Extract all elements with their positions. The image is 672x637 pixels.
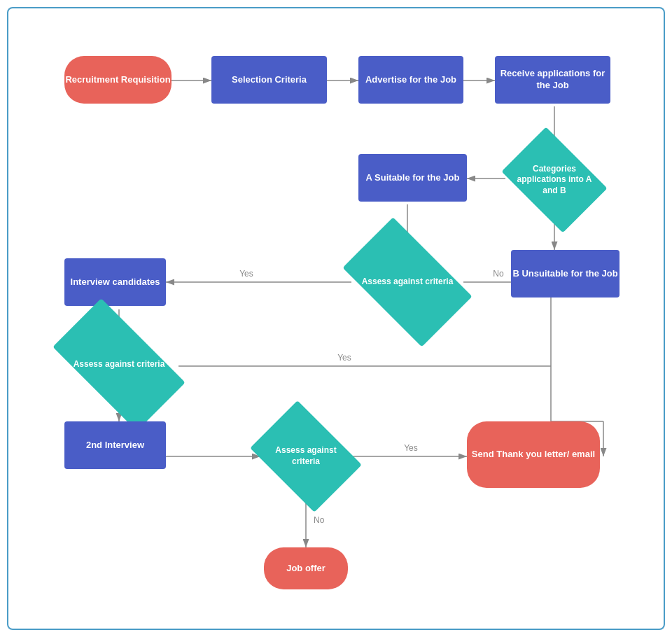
yes-label-3: Yes (404, 443, 418, 453)
yes-label-2: Yes (337, 353, 351, 363)
yes-label-1: Yes (239, 269, 253, 279)
selection-criteria-node: Selection Criteria (211, 56, 327, 104)
categories-applications-node: Categories applications into A and B (511, 148, 598, 211)
assess-criteria-3-node: Assess against criteria (260, 423, 351, 490)
receive-applications-node: Receive applications for the Job (495, 56, 610, 104)
job-offer-node: Job offer (264, 547, 348, 589)
second-interview-node: 2nd Interview (64, 421, 166, 469)
recruitment-requisition-node: Recruitment Requisition (64, 56, 172, 104)
suitable-job-node: A Suitable for the Job (358, 154, 467, 202)
advertise-job-node: Advertise for the Job (358, 56, 463, 104)
no-label-2: No (314, 515, 325, 525)
assess-criteria-2-node: Assess against criteria (59, 330, 178, 399)
interview-candidates-node: Interview candidates (64, 258, 166, 306)
flowchart-canvas: Yes No Yes Yes No Recruitment Requisitio… (7, 7, 665, 630)
no-label-1: No (493, 269, 504, 279)
send-thank-you-node: Send Thank you letter/ email (467, 421, 600, 488)
b-unsuitable-node: B Unsuitable for the Job (511, 250, 620, 298)
assess-criteria-1-node: Assess against criteria (351, 246, 463, 318)
